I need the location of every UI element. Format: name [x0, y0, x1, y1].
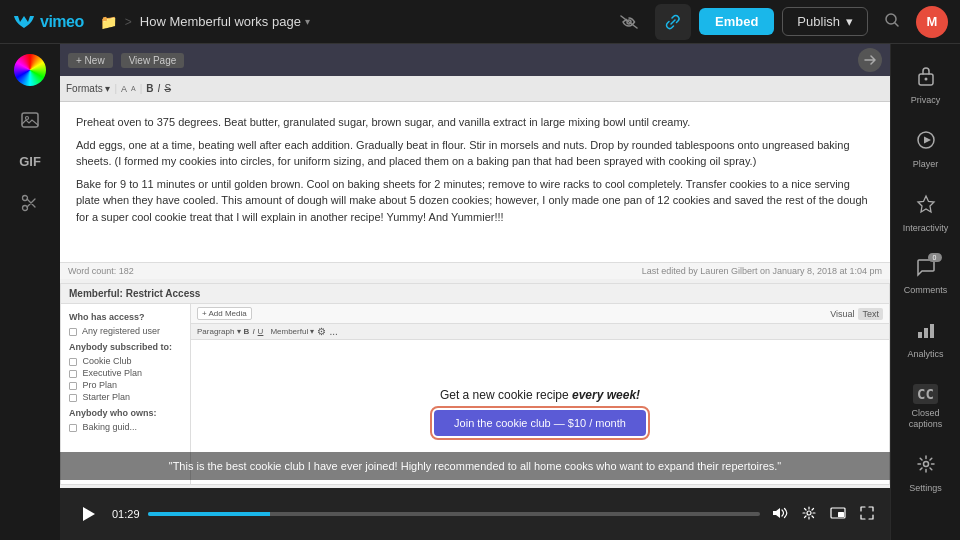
svg-point-5: [23, 196, 28, 201]
editor-content-area: Preheat oven to 375 degrees. Beat butter…: [60, 102, 890, 262]
font-size-btn[interactable]: A: [121, 84, 127, 94]
svg-point-4: [23, 206, 28, 211]
any-registered-user-option[interactable]: Any registered user: [69, 326, 182, 336]
executive-plan-checkbox[interactable]: [69, 370, 77, 378]
last-edited: Last edited by Lauren Gilbert on January…: [642, 266, 882, 276]
topbar: vimeo 📁 > How Memberful works page ▾ Emb…: [0, 0, 960, 44]
cookie-club-option[interactable]: Cookie Club: [69, 356, 182, 366]
svg-rect-14: [918, 332, 922, 338]
any-registered-checkbox[interactable]: [69, 328, 77, 336]
settings-button[interactable]: [798, 504, 820, 525]
bold-btn[interactable]: B: [146, 83, 153, 94]
right-sidebar: Privacy Player Interact: [890, 44, 960, 540]
executive-plan-option[interactable]: Executive Plan: [69, 368, 182, 378]
closed-captions-label: Closed captions: [897, 408, 954, 430]
content-paragraph-1: Preheat oven to 375 degrees. Beat butter…: [76, 114, 874, 131]
time-display: 01:29: [112, 508, 140, 520]
link-button[interactable]: [655, 4, 691, 40]
analytics-icon: [916, 320, 936, 345]
comments-badge: 0: [928, 253, 942, 262]
video-controls-right: [768, 504, 878, 525]
folder-icon[interactable]: 📁: [100, 14, 117, 30]
font-size-small-btn[interactable]: A: [131, 85, 136, 92]
sidebar-item-comments[interactable]: 0 Comments: [891, 247, 960, 306]
svg-marker-13: [924, 136, 931, 143]
sidebar-item-settings[interactable]: Settings: [891, 444, 960, 504]
sidebar-item-analytics[interactable]: Analytics: [891, 310, 960, 370]
comments-label: Comments: [904, 285, 948, 296]
underline-btn-2[interactable]: U: [258, 327, 264, 336]
svg-rect-9: [838, 512, 844, 517]
send-icon[interactable]: [858, 48, 882, 72]
color-wheel-icon[interactable]: [14, 54, 46, 86]
baking-guide-option[interactable]: Baking guid...: [69, 422, 182, 432]
publish-button[interactable]: Publish ▾: [782, 7, 868, 36]
content-area: + New View Page Formats ▾ | A A | B: [60, 44, 890, 540]
bold-btn-2[interactable]: B: [244, 327, 250, 336]
cookie-club-checkbox[interactable]: [69, 358, 77, 366]
image-icon[interactable]: [12, 102, 48, 138]
italic-btn-2[interactable]: I: [252, 327, 254, 336]
strikethrough-btn[interactable]: S: [164, 83, 171, 94]
progress-bar[interactable]: [148, 512, 760, 516]
embed-button[interactable]: Embed: [699, 8, 774, 35]
promo-title: Get a new cookie recipe every week!: [440, 388, 640, 402]
gear-icon-2[interactable]: ⚙: [317, 326, 326, 337]
privacy-icon: [916, 64, 936, 91]
starter-plan-checkbox[interactable]: [69, 394, 77, 402]
analytics-label: Analytics: [907, 349, 943, 360]
restrict-access-header: Memberful: Restrict Access: [61, 284, 889, 304]
editor-toolbar: Formats ▾ | A A | B I S: [60, 76, 890, 102]
add-media-button[interactable]: + Add Media: [197, 307, 252, 320]
fullscreen-button[interactable]: [856, 504, 878, 525]
pro-plan-checkbox[interactable]: [69, 382, 77, 390]
visibility-toggle-button[interactable]: [611, 4, 647, 40]
editor-footer: Word count: 182 Last edited by Lauren Gi…: [60, 262, 890, 279]
sidebar-item-interactivity[interactable]: Interactivity: [891, 184, 960, 244]
play-button[interactable]: [72, 498, 104, 530]
sidebar-item-closed-captions[interactable]: CC Closed captions: [891, 374, 960, 440]
starter-plan-option[interactable]: Starter Plan: [69, 392, 182, 402]
closed-captions-icon: CC: [913, 384, 938, 404]
visual-tab[interactable]: Visual: [830, 309, 854, 319]
comments-badge-container: 0: [916, 257, 936, 281]
italic-btn[interactable]: I: [158, 83, 161, 94]
avatar[interactable]: M: [916, 6, 948, 38]
more-icon[interactable]: ...: [329, 326, 337, 337]
pro-plan-option[interactable]: Pro Plan: [69, 380, 182, 390]
settings-label: Settings: [909, 483, 942, 494]
baking-guide-checkbox[interactable]: [69, 424, 77, 432]
gif-icon[interactable]: GIF: [19, 154, 41, 169]
who-has-access-label: Who has access?: [69, 312, 182, 322]
volume-button[interactable]: [768, 504, 792, 525]
settings-icon: [916, 454, 936, 479]
paragraph-dropdown[interactable]: Paragraph ▾: [197, 327, 241, 336]
formats-dropdown[interactable]: Formats ▾: [66, 83, 110, 94]
content-paragraph-3: Bake for 9 to 11 minutes or until golden…: [76, 176, 874, 226]
breadcrumb-title[interactable]: How Memberful works page ▾: [140, 14, 310, 29]
svg-point-11: [924, 78, 927, 81]
publish-dropdown-icon: ▾: [846, 14, 853, 29]
vimeo-logo[interactable]: vimeo: [12, 13, 84, 31]
search-button[interactable]: [876, 8, 908, 36]
subscribed-to-label: Anybody subscribed to:: [69, 342, 182, 352]
content-paragraph-2: Add eggs, one at a time, beating well af…: [76, 137, 874, 170]
pip-button[interactable]: [826, 504, 850, 524]
join-cookie-club-button[interactable]: Join the cookie club — $10 / month: [434, 410, 646, 436]
memberful-dropdown[interactable]: Memberful ▾: [270, 327, 314, 336]
interactivity-label: Interactivity: [903, 223, 949, 234]
scissors-icon[interactable]: [12, 185, 48, 221]
editor-screenshot: + New View Page Formats ▾ | A A | B: [60, 44, 890, 540]
svg-rect-16: [930, 324, 934, 338]
interactivity-icon: [916, 194, 936, 219]
restrict-right-toolbar: + Add Media Visual Text: [191, 304, 889, 324]
svg-rect-2: [22, 113, 38, 127]
view-page-button[interactable]: View Page: [121, 53, 185, 68]
sidebar-item-privacy[interactable]: Privacy: [891, 54, 960, 116]
word-count: Word count: 182: [68, 266, 134, 276]
video-player-bar: 01:29: [60, 488, 890, 540]
text-tab[interactable]: Text: [858, 308, 883, 320]
new-button[interactable]: + New: [68, 53, 113, 68]
sidebar-item-player[interactable]: Player: [891, 120, 960, 180]
svg-rect-15: [924, 328, 928, 338]
